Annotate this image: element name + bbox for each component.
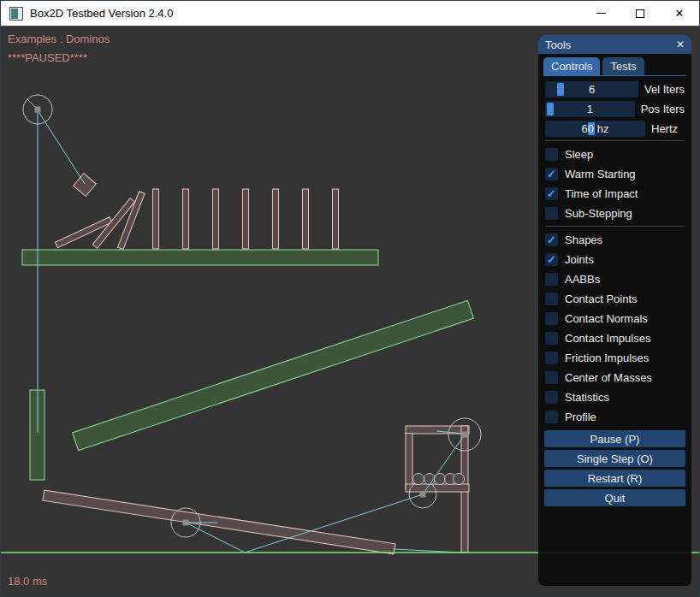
- domino-6: [303, 189, 309, 249]
- slider-hertz[interactable]: 60 hz: [545, 121, 645, 137]
- seesaw-plank: [43, 490, 395, 554]
- checkbox-joints[interactable]: ✓Joints: [545, 250, 685, 269]
- example-label: Examples : Dominos: [8, 33, 110, 45]
- checkbox-contact-normals[interactable]: Contact Normals: [545, 309, 685, 328]
- domino-4: [243, 189, 249, 249]
- checkbox-box[interactable]: [545, 207, 558, 220]
- maximize-icon: [636, 9, 644, 18]
- app-window: Box2D Testbed Version 2.4.0 ✕ Examples :…: [0, 0, 700, 597]
- domino-platform: [22, 250, 378, 265]
- checkbox-label: Friction Impulses: [565, 352, 649, 364]
- checkbox-aabbs[interactable]: AABBs: [545, 269, 685, 289]
- button-restart-r[interactable]: Restart (R): [544, 470, 685, 487]
- checkbox-box[interactable]: [545, 391, 558, 404]
- checkbox-label: Contact Normals: [565, 312, 648, 325]
- window-title: Box2D Testbed Version 2.4.0: [30, 7, 173, 20]
- slider-value: 6: [545, 81, 638, 98]
- checkbox-box[interactable]: ✓: [545, 187, 558, 200]
- checkbox-box[interactable]: [545, 312, 558, 325]
- checkbox-contact-impulses[interactable]: Contact Impulses: [545, 328, 685, 348]
- checkbox-label: Statistics: [565, 391, 609, 404]
- separator: [545, 140, 685, 141]
- checkbox-box[interactable]: [545, 411, 558, 423]
- slider-value: 60 hz: [545, 121, 645, 137]
- checkbox-center-of-masses[interactable]: Center of Masses: [545, 368, 685, 387]
- slider-vel-iters[interactable]: 6: [545, 81, 638, 98]
- checkbox-box[interactable]: ✓: [545, 253, 558, 266]
- button-single-step-o[interactable]: Single Step (O): [544, 450, 685, 467]
- panel-close-icon[interactable]: ✕: [676, 38, 685, 50]
- slider-row-vel-iters: 6Vel Iters: [545, 81, 685, 98]
- tab-bar: ControlsTests: [543, 57, 686, 76]
- checkbox-label: Joints: [565, 253, 594, 266]
- anchor-pendulum: [35, 107, 41, 113]
- tab-tests[interactable]: Tests: [602, 57, 644, 75]
- panel-title: Tools: [545, 38, 571, 51]
- checkbox-label: Contact Points: [565, 293, 638, 305]
- button-group: Pause (P)Single Step (O)Restart (R)Quit: [544, 430, 685, 506]
- checkbox-sub-stepping[interactable]: Sub-Stepping: [545, 204, 685, 223]
- anchor-cradle-top: [462, 432, 468, 438]
- checkbox-warm-starting[interactable]: ✓Warm Starting: [545, 164, 685, 184]
- app-icon: [9, 7, 23, 21]
- checkbox-box[interactable]: ✓: [545, 168, 558, 180]
- checkbox-contact-points[interactable]: Contact Points: [545, 289, 685, 309]
- checkbox-box[interactable]: ✓: [545, 233, 558, 246]
- checkbox-box[interactable]: [545, 293, 558, 305]
- button-quit[interactable]: Quit: [544, 489, 685, 506]
- paused-label: ****PAUSED****: [8, 51, 87, 64]
- tools-panel: Tools ✕ ControlsTests 6Vel Iters1Pos Ite…: [538, 35, 691, 586]
- ball-5: [454, 474, 465, 485]
- titlebar: Box2D Testbed Version 2.4.0 ✕: [1, 1, 699, 27]
- checkbox-label: Center of Masses: [565, 371, 652, 384]
- close-icon: ✕: [675, 8, 685, 19]
- minimize-icon: [596, 13, 606, 14]
- checkbox-box[interactable]: [545, 148, 558, 161]
- joint-bob-link: [38, 110, 85, 184]
- checkbox-label: Profile: [565, 411, 596, 423]
- checkbox-group-2: ✓Shapes✓JointsAABBsContact PointsContact…: [545, 230, 685, 427]
- frame-shelf: [406, 484, 469, 492]
- frame-top-beam: [406, 426, 469, 434]
- anchor-seesaw: [183, 520, 189, 526]
- slider-pos-iters[interactable]: 1: [545, 101, 635, 117]
- checkbox-sleep[interactable]: Sleep: [545, 145, 685, 164]
- tab-controls[interactable]: Controls: [543, 57, 600, 75]
- slider-label: Hertz: [651, 122, 678, 135]
- separator: [545, 226, 685, 227]
- checkbox-shapes[interactable]: ✓Shapes: [545, 230, 685, 250]
- checkbox-box[interactable]: [545, 273, 558, 286]
- close-button[interactable]: ✕: [660, 1, 699, 26]
- checkbox-label: Warm Starting: [565, 168, 636, 180]
- domino-1: [153, 189, 159, 249]
- minimize-button[interactable]: [581, 1, 620, 26]
- domino-2: [183, 189, 189, 249]
- slider-row-hertz: 60 hzHertz: [545, 121, 685, 137]
- checkbox-label: AABBs: [565, 273, 600, 286]
- checkbox-label: Sleep: [565, 148, 593, 161]
- slider-group: 6Vel Iters1Pos Iters60 hzHertz: [545, 81, 685, 137]
- domino-3: [213, 189, 219, 249]
- checkbox-box[interactable]: [545, 371, 558, 384]
- slider-value: 1: [545, 101, 635, 117]
- frame-time-label: 18.0 ms: [8, 575, 47, 588]
- checkbox-label: Shapes: [565, 233, 602, 246]
- maximize-button[interactable]: [620, 1, 660, 26]
- slider-label: Pos Iters: [641, 103, 685, 115]
- slider-row-pos-iters: 1Pos Iters: [545, 101, 685, 117]
- checkbox-friction-impulses[interactable]: Friction Impulses: [545, 348, 685, 368]
- checkbox-box[interactable]: [545, 332, 558, 345]
- checkbox-label: Time of Impact: [565, 187, 638, 200]
- domino-7: [333, 189, 339, 249]
- checkbox-statistics[interactable]: Statistics: [545, 387, 685, 407]
- checkbox-label: Sub-Stepping: [565, 207, 632, 220]
- checkbox-profile[interactable]: Profile: [545, 407, 685, 427]
- checkbox-time-of-impact[interactable]: ✓Time of Impact: [545, 184, 685, 204]
- checkbox-box[interactable]: [545, 352, 558, 364]
- panel-titlebar[interactable]: Tools ✕: [538, 35, 691, 54]
- window-controls: ✕: [581, 1, 699, 26]
- checkbox-group-1: Sleep✓Warm Starting✓Time of ImpactSub-St…: [545, 145, 685, 223]
- physics-canvas[interactable]: Examples : Dominos ****PAUSED**** 18.0 m…: [1, 27, 700, 597]
- button-pause-p[interactable]: Pause (P): [544, 430, 685, 447]
- frame-left-post: [406, 434, 412, 489]
